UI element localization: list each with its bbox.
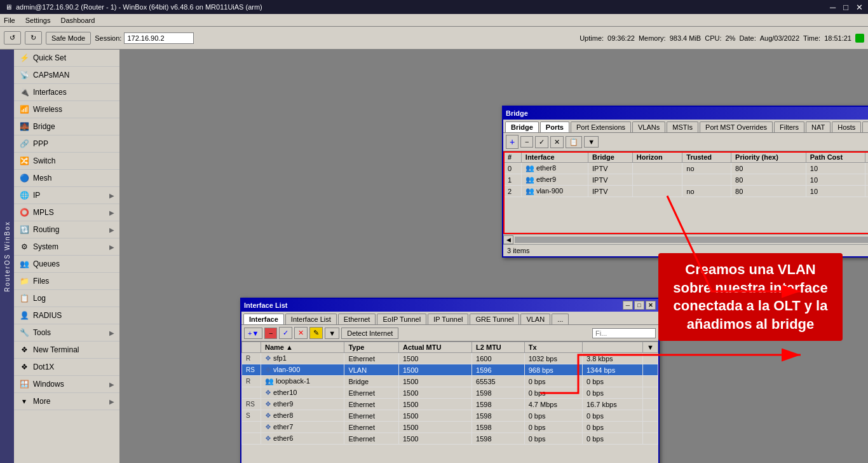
bridge-scroll-left[interactable]: ◀ — [503, 235, 513, 244]
sidebar-item-windows[interactable]: 🪟 Windows ▶ — [14, 376, 119, 393]
bridge-remove-button[interactable]: − — [520, 136, 533, 148]
tab-bridge-nat[interactable]: NAT — [806, 121, 831, 132]
session-input[interactable] — [124, 32, 194, 44]
bridge-col-bridge[interactable]: Bridge — [588, 152, 633, 163]
menu-dashboard[interactable]: Dashboard — [60, 17, 95, 24]
iface-col-l2mtu[interactable]: L2 MTU — [472, 342, 525, 353]
iface-title-buttons[interactable]: ─ □ ✕ — [623, 301, 656, 310]
iface-table-row[interactable]: ❖ ether6 Ethernet 1500 1598 0 bps 0 bps — [242, 433, 658, 445]
iface-col-rx[interactable] — [582, 342, 642, 353]
bridge-copy-button[interactable]: 📋 — [566, 136, 582, 148]
sidebar-item-routing[interactable]: 🔃 Routing ▶ — [14, 221, 119, 238]
tab-bridge-port-extensions[interactable]: Port Extensions — [571, 121, 631, 132]
iface-cell-actual-mtu: 1500 — [398, 353, 471, 364]
maximize-button[interactable]: □ — [843, 3, 848, 12]
iface-col-tx[interactable]: Tx — [524, 342, 582, 353]
iface-disable-button[interactable]: ✕ — [294, 327, 308, 339]
iface-table-row[interactable]: R 👥 loopback-1 Bridge 1500 65535 0 bps 0… — [242, 376, 658, 387]
iface-col-type[interactable]: Type — [344, 342, 399, 353]
bridge-table-row[interactable]: 0 👥 ether8 IPTV no 80 10 disabled port — [504, 163, 869, 174]
bridge-col-pathcost[interactable]: Path Cost — [806, 152, 865, 163]
queues-icon: 👥 — [19, 259, 29, 269]
iface-comment-button[interactable]: ✎ — [309, 327, 323, 339]
iface-enable-button[interactable]: ✓ — [279, 327, 292, 339]
title-bar-controls[interactable]: ─ □ ✕ — [830, 3, 863, 12]
bridge-titlebar[interactable]: Bridge ─ □ ✕ — [503, 107, 868, 120]
sidebar-item-wireless[interactable]: 📶 Wireless — [14, 101, 119, 118]
tab-iface-ethernet[interactable]: Ethernet — [338, 314, 376, 324]
tab-bridge-mstis[interactable]: MSTIs — [667, 121, 698, 132]
iface-table-row[interactable]: RS ❖ vlan-900 VLAN 1500 1596 968 bps 134… — [242, 364, 658, 376]
bridge-col-priority[interactable]: Priority (hex) — [731, 152, 806, 163]
refresh-button[interactable]: ↺ — [4, 31, 21, 45]
bridge-scroll-track[interactable] — [515, 237, 868, 243]
tab-iface-interface-list[interactable]: Interface List — [285, 314, 337, 324]
safe-mode-button[interactable]: Safe Mode — [46, 32, 91, 45]
bridge-horizontal-scrollbar[interactable]: ◀ ▶ — [503, 234, 868, 244]
bridge-col-trusted[interactable]: Trusted — [682, 152, 731, 163]
tab-bridge-ports[interactable]: Ports — [540, 121, 569, 132]
tab-iface-eoip[interactable]: EoIP Tunnel — [377, 314, 426, 324]
tab-bridge-mdb[interactable]: MDB — [862, 121, 868, 132]
menu-file[interactable]: File — [4, 17, 15, 24]
iface-table-row[interactable]: R ❖ sfp1 Ethernet 1500 1600 1032 bps 3.8… — [242, 353, 658, 364]
iface-find-input[interactable] — [592, 328, 656, 338]
close-button[interactable]: ✕ — [856, 3, 863, 12]
iface-remove-button[interactable]: − — [264, 328, 277, 339]
tab-iface-more[interactable]: ... — [552, 314, 569, 324]
bridge-add-button[interactable]: + — [506, 135, 519, 149]
iface-minimize-button[interactable]: ─ — [623, 301, 633, 310]
sidebar-item-queues[interactable]: 👥 Queues — [14, 256, 119, 273]
tab-bridge-hosts[interactable]: Hosts — [832, 121, 861, 132]
iface-filter-button[interactable]: ▼ — [325, 328, 339, 339]
sidebar-item-files[interactable]: 📁 Files — [14, 273, 119, 290]
tab-iface-interface[interactable]: Interface — [243, 314, 284, 324]
iface-col-scroll[interactable]: ▼ — [643, 342, 658, 353]
sidebar-item-newterminal[interactable]: ❖ New Terminal — [14, 342, 119, 359]
sidebar-item-ip[interactable]: 🌐 IP ▶ — [14, 187, 119, 204]
tab-iface-vlan[interactable]: VLAN — [520, 314, 550, 324]
sidebar-item-switch[interactable]: 🔀 Switch — [14, 153, 119, 170]
tab-bridge-port-mst-overrides[interactable]: Port MST Overrides — [700, 121, 773, 132]
iface-col-name[interactable]: Name ▲ — [261, 342, 344, 353]
sidebar-item-log[interactable]: 📋 Log — [14, 290, 119, 307]
iface-col-actual-mtu[interactable]: Actual MTU — [398, 342, 471, 353]
bridge-check-button[interactable]: ✓ — [535, 136, 548, 148]
bridge-cancel-button[interactable]: ✕ — [550, 136, 564, 148]
sidebar-item-tools[interactable]: 🔧 Tools ▶ — [14, 324, 119, 342]
iface-maximize-button[interactable]: □ — [634, 301, 644, 310]
iface-table-row[interactable]: S ❖ ether8 Ethernet 1500 1598 0 bps 0 bp… — [242, 410, 658, 422]
iface-table-row[interactable]: ❖ ether10 Ethernet 1500 1598 0 bps 0 bps — [242, 387, 658, 399]
sidebar-item-mpls[interactable]: ⭕ MPLS ▶ — [14, 204, 119, 221]
reconnect-button[interactable]: ↻ — [25, 31, 42, 45]
iface-detect-internet-button[interactable]: Detect Internet — [341, 328, 398, 339]
sidebar-item-interfaces[interactable]: 🔌 Interfaces — [14, 84, 119, 101]
sidebar-item-capsman[interactable]: 📡 CAPsMAN — [14, 67, 119, 84]
sidebar-item-dot1x[interactable]: ❖ Dot1X — [14, 359, 119, 376]
tab-iface-gre[interactable]: GRE Tunnel — [470, 314, 519, 324]
sidebar-item-mesh[interactable]: 🔵 Mesh — [14, 170, 119, 187]
bridge-col-interface[interactable]: Interface — [521, 152, 588, 163]
bridge-table-row[interactable]: 2 👥 vlan-900 IPTV no 80 10 designated po… — [504, 186, 869, 197]
tab-iface-ip-tunnel[interactable]: IP Tunnel — [428, 314, 468, 324]
iface-add-button[interactable]: +▼ — [244, 328, 262, 339]
bridge-table-row[interactable]: 1 👥 ether9 IPTV 80 10 designated port — [504, 174, 869, 186]
sidebar-item-system[interactable]: ⚙ System ▶ — [14, 238, 119, 256]
minimize-button[interactable]: ─ — [830, 3, 836, 12]
sidebar-item-quickset[interactable]: ⚡ Quick Set — [14, 50, 119, 67]
sidebar-item-radius[interactable]: 👤 RADIUS — [14, 307, 119, 324]
tab-bridge-vlans[interactable]: VLANs — [632, 121, 665, 132]
tab-bridge-filters[interactable]: Filters — [774, 121, 804, 132]
menu-settings[interactable]: Settings — [25, 17, 51, 24]
iface-titlebar[interactable]: Interface List ─ □ ✕ — [241, 299, 658, 312]
sidebar-item-more[interactable]: ▾ More ▶ — [14, 393, 119, 410]
iface-table-row[interactable]: ❖ ether7 Ethernet 1500 1598 0 bps 0 bps — [242, 422, 658, 433]
sidebar-item-bridge[interactable]: 🌉 Bridge — [14, 118, 119, 135]
iface-table-row[interactable]: RS ❖ ether9 Ethernet 1500 1598 4.7 Mbps … — [242, 399, 658, 410]
bridge-filter-button[interactable]: ▼ — [584, 136, 599, 148]
iface-close-button[interactable]: ✕ — [646, 301, 656, 310]
tab-bridge-bridge[interactable]: Bridge — [505, 121, 539, 132]
bridge-col-horizon[interactable]: Horizon — [632, 152, 682, 163]
sidebar-item-ppp[interactable]: 🔗 PPP — [14, 135, 119, 153]
bridge-col-role[interactable]: Role — [865, 152, 868, 163]
